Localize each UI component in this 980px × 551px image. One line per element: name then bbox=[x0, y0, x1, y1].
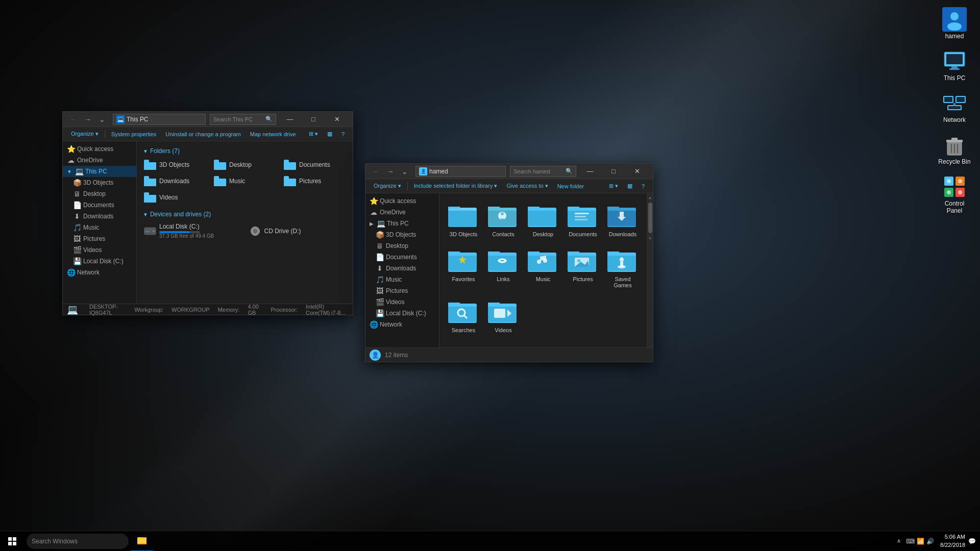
desktop-icon-recycle-bin[interactable]: Recycle Bin bbox=[934, 131, 975, 167]
scroll-down-button[interactable]: ▼ bbox=[647, 235, 653, 241]
sidebar-3d-objects[interactable]: 📦 3D Objects bbox=[63, 177, 136, 188]
system-properties-button[interactable]: System properties bbox=[107, 129, 161, 140]
search-box-hamed[interactable]: Search hamed 🔍 bbox=[510, 166, 576, 177]
minimize-button-hamed[interactable]: — bbox=[578, 164, 602, 179]
recent-button-hamed[interactable]: ⌄ bbox=[398, 165, 411, 178]
search-box-this-pc[interactable]: Search This PC 🔍 bbox=[210, 114, 276, 125]
icon-item-3d-objects[interactable]: 3D Objects bbox=[446, 199, 481, 240]
details-pane-button-hamed[interactable]: ▦ bbox=[623, 181, 636, 192]
desktop-icon-network[interactable]: Network bbox=[934, 89, 975, 126]
close-button-this-pc[interactable]: ✕ bbox=[325, 112, 349, 127]
help-button-hamed[interactable]: ? bbox=[638, 181, 649, 192]
folder-item-videos[interactable]: Videos bbox=[141, 190, 209, 205]
icon-item-contacts[interactable]: Contacts bbox=[485, 199, 521, 240]
uninstall-button[interactable]: Uninstall or change a program bbox=[161, 129, 244, 140]
sidebar-music-hamed[interactable]: 🎵 Music bbox=[365, 274, 439, 285]
sidebar-network[interactable]: 🌐 Network bbox=[63, 267, 136, 278]
sidebar-documents[interactable]: 📄 Documents bbox=[63, 199, 136, 211]
details-pane-button[interactable]: ▦ bbox=[323, 129, 336, 140]
taskbar: Search Windows ∧ ⌨ 📶 🔊 5:06 AM 8/22/2018… bbox=[0, 531, 980, 551]
icon-item-links[interactable]: Links bbox=[485, 244, 521, 291]
sidebar-quick-access[interactable]: ⭐ Quick access bbox=[63, 143, 136, 155]
sidebar-desktop[interactable]: 🖥 Desktop bbox=[63, 188, 136, 199]
taskbar-app-explorer[interactable] bbox=[131, 531, 153, 552]
address-bar-this-pc[interactable]: 💻 This PC › bbox=[113, 114, 206, 125]
sidebar-music[interactable]: 🎵 Music bbox=[63, 222, 136, 233]
desktop-icon-this-pc[interactable]: This PC bbox=[934, 47, 975, 84]
back-button[interactable]: ← bbox=[67, 113, 80, 126]
sidebar-documents-hamed[interactable]: 📄 Documents bbox=[365, 252, 439, 263]
forward-button[interactable]: → bbox=[81, 113, 94, 126]
icon-item-pictures[interactable]: Pictures bbox=[565, 244, 601, 291]
scroll-up-button[interactable]: ▲ bbox=[647, 194, 653, 201]
close-button-hamed[interactable]: ✕ bbox=[625, 164, 649, 179]
folder-name-music: Music bbox=[229, 178, 245, 185]
help-button-this-pc[interactable]: ? bbox=[337, 129, 349, 140]
taskbar-search[interactable]: Search Windows bbox=[27, 534, 129, 549]
sidebar-downloads[interactable]: ⬇ Downloads bbox=[63, 211, 136, 222]
sidebar-onedrive[interactable]: ☁ OneDrive bbox=[63, 155, 136, 166]
maximize-button-hamed[interactable]: □ bbox=[602, 164, 625, 179]
sidebar-quick-access-hamed[interactable]: ⭐ Quick access bbox=[365, 195, 439, 207]
give-access-button[interactable]: Give access to ▾ bbox=[502, 181, 552, 192]
recent-button[interactable]: ⌄ bbox=[95, 113, 109, 126]
folder-icon-favorites-big bbox=[448, 247, 479, 274]
hamed-scrollbar[interactable]: ▲ ▼ bbox=[647, 193, 653, 347]
notification-icon[interactable]: 💬 bbox=[968, 538, 976, 545]
view-button-hamed[interactable]: ⊞ ▾ bbox=[605, 181, 622, 192]
scroll-thumb[interactable] bbox=[648, 203, 652, 233]
organize-button[interactable]: Organize ▾ bbox=[67, 129, 103, 140]
desktop-icon-control-panel[interactable]: Control Panel bbox=[934, 172, 975, 216]
icon-item-music[interactable]: Music bbox=[525, 244, 561, 291]
organize-button-hamed[interactable]: Organize ▾ bbox=[370, 181, 405, 192]
sidebar-downloads-hamed[interactable]: ⬇ Downloads bbox=[365, 263, 439, 274]
start-button[interactable] bbox=[0, 531, 24, 552]
address-bar-hamed[interactable]: 👤 hamed bbox=[415, 166, 506, 177]
include-library-button[interactable]: Include selected folder in library ▾ bbox=[410, 181, 502, 192]
sidebar-local-disk[interactable]: 💾 Local Disk (C:) bbox=[63, 256, 136, 267]
folder-item-pictures[interactable]: Pictures bbox=[281, 174, 349, 188]
maximize-button-this-pc[interactable]: □ bbox=[302, 112, 325, 127]
tray-chevron[interactable]: ∧ bbox=[897, 538, 901, 544]
sidebar-local-disk-hamed[interactable]: 💾 Local Disk (C:) bbox=[365, 308, 439, 319]
sidebar-desktop-hamed[interactable]: 🖥 Desktop bbox=[365, 240, 439, 252]
folders-section-header[interactable]: ▼ Folders (7) bbox=[141, 145, 349, 158]
sidebar-videos-hamed[interactable]: 🎬 Videos bbox=[365, 296, 439, 308]
sidebar-pictures-hamed[interactable]: 🖼 Pictures bbox=[365, 285, 439, 296]
sidebar-pictures[interactable]: 🖼 Pictures bbox=[63, 233, 136, 244]
sidebar-onedrive-hamed[interactable]: ☁ OneDrive bbox=[365, 207, 439, 218]
explorer-body-hamed: ⭐ Quick access ☁ OneDrive ▶ 💻 This PC 📦 … bbox=[365, 193, 653, 347]
folder-item-downloads[interactable]: Downloads bbox=[141, 174, 209, 188]
minimize-button-this-pc[interactable]: — bbox=[278, 112, 302, 127]
back-button-hamed[interactable]: ← bbox=[370, 165, 383, 178]
status-processor-label: Processor: bbox=[271, 307, 298, 313]
folder-item-documents[interactable]: Documents bbox=[281, 158, 349, 172]
folder-item-desktop[interactable]: Desktop bbox=[211, 158, 279, 172]
icon-item-downloads[interactable]: Downloads bbox=[605, 199, 641, 240]
icon-item-videos[interactable]: Videos bbox=[485, 295, 521, 336]
desktop-icon-hamed[interactable]: hamed bbox=[934, 5, 975, 42]
icon-item-documents[interactable]: Documents bbox=[565, 199, 601, 240]
sidebar-this-pc-hamed[interactable]: ▶ 💻 This PC bbox=[365, 218, 439, 229]
clock[interactable]: 5:06 AM 8/22/2018 bbox=[940, 533, 965, 549]
network-desktop-label: Network bbox=[943, 116, 966, 123]
forward-button-hamed[interactable]: → bbox=[384, 165, 397, 178]
drives-section-header[interactable]: ▼ Devices and drives (2) bbox=[141, 209, 349, 221]
icon-item-searches[interactable]: Searches bbox=[446, 295, 481, 336]
sidebar-videos[interactable]: 🎬 Videos bbox=[63, 244, 136, 256]
drive-item-d[interactable]: CD Drive (D:) bbox=[246, 221, 349, 241]
svg-rect-94 bbox=[138, 537, 141, 539]
new-folder-button[interactable]: New folder bbox=[553, 181, 589, 192]
view-button[interactable]: ⊞ ▾ bbox=[305, 129, 322, 140]
folder-item-music[interactable]: Music bbox=[211, 174, 279, 188]
icon-item-favorites[interactable]: Favorites bbox=[446, 244, 481, 291]
titlebar-controls-hamed: — □ ✕ bbox=[578, 164, 649, 179]
sidebar-3d-objects-hamed[interactable]: 📦 3D Objects bbox=[365, 229, 439, 240]
icon-item-desktop[interactable]: Desktop bbox=[525, 199, 561, 240]
map-network-button[interactable]: Map network drive bbox=[246, 129, 300, 140]
folder-item-3d[interactable]: 3D Objects bbox=[141, 158, 209, 172]
drive-item-c[interactable]: Local Disk (C:) 37.3 GB free of 49.4 GB bbox=[141, 221, 244, 241]
sidebar-this-pc[interactable]: ▼ 💻 This PC bbox=[63, 166, 136, 177]
icon-item-saved-games[interactable]: Saved Games bbox=[605, 244, 641, 291]
sidebar-network-hamed[interactable]: 🌐 Network bbox=[365, 319, 439, 330]
